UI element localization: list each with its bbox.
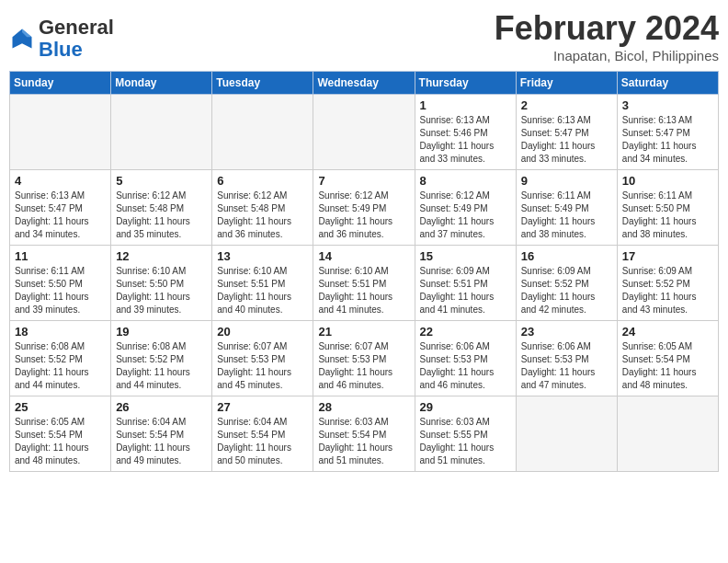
day-info: Sunrise: 6:11 AM Sunset: 5:50 PM Dayligh… xyxy=(15,265,106,316)
day-info: Sunrise: 6:13 AM Sunset: 5:47 PM Dayligh… xyxy=(622,114,713,166)
calendar-cell: 3Sunrise: 6:13 AM Sunset: 5:47 PM Daylig… xyxy=(617,95,718,170)
col-header-saturday: Saturday xyxy=(617,72,718,95)
day-number: 6 xyxy=(217,174,308,188)
calendar-cell: 18Sunrise: 6:08 AM Sunset: 5:52 PM Dayli… xyxy=(10,321,111,396)
calendar-cell: 14Sunrise: 6:10 AM Sunset: 5:51 PM Dayli… xyxy=(313,246,415,321)
calendar-cell: 21Sunrise: 6:07 AM Sunset: 5:53 PM Dayli… xyxy=(313,321,415,396)
day-info: Sunrise: 6:13 AM Sunset: 5:47 PM Dayligh… xyxy=(15,190,106,241)
day-number: 10 xyxy=(622,174,713,188)
day-number: 26 xyxy=(116,400,207,414)
calendar-cell: 12Sunrise: 6:10 AM Sunset: 5:50 PM Dayli… xyxy=(111,246,212,321)
day-number: 11 xyxy=(15,249,106,263)
day-number: 13 xyxy=(217,249,308,263)
calendar-week-row: 4Sunrise: 6:13 AM Sunset: 5:47 PM Daylig… xyxy=(10,170,719,246)
day-number: 16 xyxy=(521,249,612,263)
calendar-cell xyxy=(111,95,212,170)
calendar-cell: 19Sunrise: 6:08 AM Sunset: 5:52 PM Dayli… xyxy=(111,321,212,396)
day-number: 24 xyxy=(622,325,713,339)
day-info: Sunrise: 6:08 AM Sunset: 5:52 PM Dayligh… xyxy=(15,340,106,392)
logo-icon xyxy=(9,26,35,52)
calendar-cell xyxy=(10,95,111,170)
day-number: 8 xyxy=(420,174,511,188)
day-info: Sunrise: 6:13 AM Sunset: 5:47 PM Dayligh… xyxy=(521,114,612,166)
day-number: 22 xyxy=(420,325,511,339)
day-info: Sunrise: 6:09 AM Sunset: 5:52 PM Dayligh… xyxy=(622,265,713,316)
day-number: 7 xyxy=(318,174,409,188)
calendar-cell: 2Sunrise: 6:13 AM Sunset: 5:47 PM Daylig… xyxy=(516,95,617,170)
day-number: 15 xyxy=(420,249,511,263)
day-info: Sunrise: 6:11 AM Sunset: 5:50 PM Dayligh… xyxy=(622,190,713,241)
day-info: Sunrise: 6:06 AM Sunset: 5:53 PM Dayligh… xyxy=(420,340,511,392)
calendar-cell xyxy=(617,396,718,472)
day-info: Sunrise: 6:07 AM Sunset: 5:53 PM Dayligh… xyxy=(217,340,308,392)
calendar-cell xyxy=(212,95,313,170)
col-header-thursday: Thursday xyxy=(415,72,516,95)
col-header-friday: Friday xyxy=(516,72,617,95)
calendar-cell xyxy=(313,95,415,170)
month-year: February 2024 xyxy=(495,9,719,48)
calendar-cell: 15Sunrise: 6:09 AM Sunset: 5:51 PM Dayli… xyxy=(415,246,516,321)
logo: General Blue xyxy=(9,17,114,61)
col-header-sunday: Sunday xyxy=(10,72,111,95)
location: Inapatan, Bicol, Philippines xyxy=(495,48,719,63)
calendar-table: SundayMondayTuesdayWednesdayThursdayFrid… xyxy=(9,71,719,472)
day-info: Sunrise: 6:05 AM Sunset: 5:54 PM Dayligh… xyxy=(622,340,713,392)
day-info: Sunrise: 6:13 AM Sunset: 5:46 PM Dayligh… xyxy=(420,114,511,166)
calendar-cell: 11Sunrise: 6:11 AM Sunset: 5:50 PM Dayli… xyxy=(10,246,111,321)
calendar-cell xyxy=(516,396,617,472)
day-info: Sunrise: 6:08 AM Sunset: 5:52 PM Dayligh… xyxy=(116,340,207,392)
day-info: Sunrise: 6:10 AM Sunset: 5:51 PM Dayligh… xyxy=(217,265,308,316)
calendar-cell: 25Sunrise: 6:05 AM Sunset: 5:54 PM Dayli… xyxy=(10,396,111,472)
day-info: Sunrise: 6:10 AM Sunset: 5:51 PM Dayligh… xyxy=(318,265,409,316)
calendar-cell: 10Sunrise: 6:11 AM Sunset: 5:50 PM Dayli… xyxy=(617,170,718,246)
col-header-tuesday: Tuesday xyxy=(212,72,313,95)
col-header-wednesday: Wednesday xyxy=(313,72,415,95)
day-info: Sunrise: 6:12 AM Sunset: 5:48 PM Dayligh… xyxy=(116,190,207,241)
day-number: 19 xyxy=(116,325,207,339)
page-header: General Blue February 2024 Inapatan, Bic… xyxy=(9,9,719,63)
day-info: Sunrise: 6:09 AM Sunset: 5:52 PM Dayligh… xyxy=(521,265,612,316)
day-number: 9 xyxy=(521,174,612,188)
day-info: Sunrise: 6:03 AM Sunset: 5:55 PM Dayligh… xyxy=(420,416,511,467)
calendar-cell: 1Sunrise: 6:13 AM Sunset: 5:46 PM Daylig… xyxy=(415,95,516,170)
calendar-week-row: 11Sunrise: 6:11 AM Sunset: 5:50 PM Dayli… xyxy=(10,246,719,321)
calendar-cell: 27Sunrise: 6:04 AM Sunset: 5:54 PM Dayli… xyxy=(212,396,313,472)
day-info: Sunrise: 6:10 AM Sunset: 5:50 PM Dayligh… xyxy=(116,265,207,316)
calendar-cell: 13Sunrise: 6:10 AM Sunset: 5:51 PM Dayli… xyxy=(212,246,313,321)
day-number: 25 xyxy=(15,400,106,414)
day-info: Sunrise: 6:04 AM Sunset: 5:54 PM Dayligh… xyxy=(116,416,207,467)
calendar-week-row: 25Sunrise: 6:05 AM Sunset: 5:54 PM Dayli… xyxy=(10,396,719,472)
day-number: 14 xyxy=(318,249,409,263)
calendar-cell: 20Sunrise: 6:07 AM Sunset: 5:53 PM Dayli… xyxy=(212,321,313,396)
day-info: Sunrise: 6:12 AM Sunset: 5:49 PM Dayligh… xyxy=(420,190,511,241)
calendar-cell: 26Sunrise: 6:04 AM Sunset: 5:54 PM Dayli… xyxy=(111,396,212,472)
day-info: Sunrise: 6:09 AM Sunset: 5:51 PM Dayligh… xyxy=(420,265,511,316)
calendar-week-row: 1Sunrise: 6:13 AM Sunset: 5:46 PM Daylig… xyxy=(10,95,719,170)
day-number: 17 xyxy=(622,249,713,263)
calendar-cell: 17Sunrise: 6:09 AM Sunset: 5:52 PM Dayli… xyxy=(617,246,718,321)
day-number: 18 xyxy=(15,325,106,339)
day-number: 2 xyxy=(521,98,612,112)
day-number: 1 xyxy=(420,98,511,112)
title-block: February 2024 Inapatan, Bicol, Philippin… xyxy=(495,9,719,63)
day-info: Sunrise: 6:07 AM Sunset: 5:53 PM Dayligh… xyxy=(318,340,409,392)
calendar-cell: 9Sunrise: 6:11 AM Sunset: 5:49 PM Daylig… xyxy=(516,170,617,246)
day-number: 23 xyxy=(521,325,612,339)
calendar-cell: 8Sunrise: 6:12 AM Sunset: 5:49 PM Daylig… xyxy=(415,170,516,246)
day-info: Sunrise: 6:12 AM Sunset: 5:49 PM Dayligh… xyxy=(318,190,409,241)
calendar-cell: 7Sunrise: 6:12 AM Sunset: 5:49 PM Daylig… xyxy=(313,170,415,246)
calendar-cell: 16Sunrise: 6:09 AM Sunset: 5:52 PM Dayli… xyxy=(516,246,617,321)
col-header-monday: Monday xyxy=(111,72,212,95)
logo-text: General Blue xyxy=(39,17,114,61)
calendar-cell: 5Sunrise: 6:12 AM Sunset: 5:48 PM Daylig… xyxy=(111,170,212,246)
calendar-header-row: SundayMondayTuesdayWednesdayThursdayFrid… xyxy=(10,72,719,95)
calendar-cell: 24Sunrise: 6:05 AM Sunset: 5:54 PM Dayli… xyxy=(617,321,718,396)
day-number: 20 xyxy=(217,325,308,339)
day-info: Sunrise: 6:04 AM Sunset: 5:54 PM Dayligh… xyxy=(217,416,308,467)
day-number: 4 xyxy=(15,174,106,188)
day-number: 28 xyxy=(318,400,409,414)
calendar-cell: 22Sunrise: 6:06 AM Sunset: 5:53 PM Dayli… xyxy=(415,321,516,396)
day-info: Sunrise: 6:11 AM Sunset: 5:49 PM Dayligh… xyxy=(521,190,612,241)
day-number: 27 xyxy=(217,400,308,414)
day-number: 29 xyxy=(420,400,511,414)
